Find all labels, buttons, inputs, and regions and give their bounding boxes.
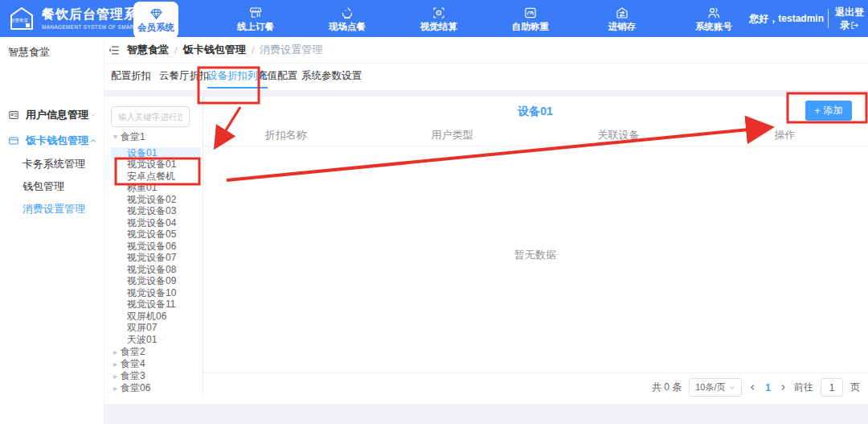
sidebar-item-card-system[interactable]: 卡务系统管理 (23, 154, 85, 174)
breadcrumb-bar: 智慧食堂 / 饭卡钱包管理 / 消费设置管理 (104, 37, 868, 64)
tree-filter-input[interactable] (111, 106, 190, 127)
logout-button[interactable]: 退出登录 (833, 6, 866, 31)
chevron-down-icon (89, 111, 97, 119)
tree-node-canteen1[interactable]: ▾ 食堂1 (111, 130, 201, 143)
nav-item-system-account[interactable]: 系统账号 (675, 0, 752, 37)
table-header-row: 折扣名称 用户类型 关联设备 操作 (203, 125, 868, 146)
caret-right-icon: ▸ (113, 360, 117, 368)
chevron-down-icon (729, 385, 735, 391)
tree-node[interactable]: 天波01 (111, 334, 201, 346)
prev-page-icon[interactable] (749, 384, 756, 391)
breadcrumb-item[interactable]: 饭卡钱包管理 (183, 43, 246, 57)
tab-recharge-config[interactable]: 充值配置 (257, 64, 297, 89)
nav-item-online-order[interactable]: 线上订餐 (217, 0, 294, 37)
vision-scan-icon (432, 6, 446, 20)
storefront-icon (248, 6, 263, 20)
goto-page-input[interactable] (821, 378, 843, 397)
nav-item-vision-checkout[interactable]: 视觉结算 (400, 0, 477, 37)
sidebar-group-title: 智慧食堂 (8, 45, 50, 60)
topbar: 智慧食堂 餐饮后台管理系统 MANAGEMENT SYSTEM OF SMART… (0, 0, 868, 37)
page-unit: 页 (850, 381, 860, 394)
tab-discount-config[interactable]: 配置折扣 (111, 64, 151, 89)
tree-node[interactable]: ▸ 食堂3 (111, 370, 201, 382)
device-title: 设备01 (203, 105, 868, 119)
column-header: 操作 (702, 128, 868, 142)
svg-text:智慧食堂: 智慧食堂 (10, 18, 29, 23)
gem-icon (149, 7, 163, 21)
sidebar-fold-icon[interactable] (108, 45, 120, 56)
content-panel: ▾ 食堂1 设备01 视觉设备01 安卓点餐机 称重01 (104, 97, 868, 404)
tab-system-params[interactable]: 系统参数设置 (301, 64, 362, 89)
caret-right-icon: ▸ (113, 373, 117, 381)
dining-icon (340, 6, 354, 20)
tab-cloud-canteen-discount[interactable]: 云餐厅折扣 (159, 64, 210, 89)
breadcrumb-item-current: 消费设置管理 (260, 43, 322, 57)
nav-item-self-weighing[interactable]: 自助称重 (492, 0, 569, 37)
id-card-icon (8, 109, 19, 121)
add-button[interactable]: + 添加 (805, 101, 852, 121)
column-header: 折扣名称 (203, 128, 369, 142)
nav-item-member-system[interactable]: 会员系统 (133, 2, 178, 39)
inventory-icon (615, 6, 629, 20)
column-header: 用户类型 (369, 128, 535, 142)
breadcrumb-separator: / (174, 44, 178, 56)
sidebar-item-meal-card-wallet[interactable]: 饭卡钱包管理 (0, 130, 104, 151)
sidebar-item-wallet-mgmt[interactable]: 钱包管理 (23, 177, 64, 196)
user-greeting: 您好，testadmin (749, 12, 824, 26)
tree-collapsed-roots: ▸ 食堂2 ▸ 食堂4 ▸ 食堂3 ▸ 食堂06 (111, 346, 201, 394)
app: 智慧食堂 餐饮后台管理系统 MANAGEMENT SYSTEM OF SMART… (0, 0, 868, 424)
tree-node[interactable]: ▸ 食堂06 (111, 382, 201, 394)
nav-item-inventory[interactable]: 进销存 (583, 0, 661, 37)
users-icon (706, 6, 721, 20)
page-size-select[interactable]: 10条/页 (689, 378, 742, 397)
breadcrumb-separator: / (252, 44, 255, 56)
caret-right-icon: ▸ (113, 385, 117, 393)
next-page-icon[interactable] (780, 384, 787, 391)
column-header: 关联设备 (535, 128, 702, 142)
breadcrumb: 智慧食堂 / 饭卡钱包管理 / 消费设置管理 (127, 37, 322, 63)
table-bottom-border (203, 373, 868, 373)
logout-icon (850, 21, 859, 30)
goto-label: 前往 (794, 381, 813, 394)
chevron-up-icon (89, 137, 97, 145)
sidebar: 智慧食堂 用户信息管理 饭卡钱包管理 (0, 37, 104, 424)
sidebar-item-user-info[interactable]: 用户信息管理 (0, 105, 104, 126)
user-area: 您好，testadmin 退出登录 (749, 2, 866, 35)
tree-node[interactable]: ▸ 食堂2 (111, 346, 201, 358)
page-number[interactable]: 1 (764, 382, 772, 393)
card-wallet-icon (8, 135, 19, 146)
caret-right-icon: ▸ (113, 348, 117, 356)
tabs-bar: 配置折扣 云餐厅折扣 设备折扣列表 充值配置 系统参数设置 (104, 64, 868, 90)
smart-canteen-logo-icon: 智慧食堂 (8, 5, 35, 32)
caret-down-icon: ▾ (113, 133, 117, 141)
pagination: 共 0 条 10条/页 1 前往 页 (652, 377, 860, 397)
breadcrumb-item[interactable]: 智慧食堂 (127, 43, 169, 57)
divider (828, 9, 829, 28)
total-count: 共 0 条 (652, 381, 682, 394)
tree-node[interactable]: ▸ 食堂4 (111, 358, 201, 370)
scale-icon (523, 6, 538, 20)
plus-icon: + (814, 105, 820, 117)
nav-item-onsite-order[interactable]: 现场点餐 (309, 0, 386, 37)
empty-state-text: 暂无数据 (203, 248, 868, 262)
sidebar-item-consume-settings[interactable]: 消费设置管理 (23, 200, 85, 219)
tree-children: 设备01 视觉设备01 安卓点餐机 称重01 视觉设备02 (111, 147, 201, 346)
